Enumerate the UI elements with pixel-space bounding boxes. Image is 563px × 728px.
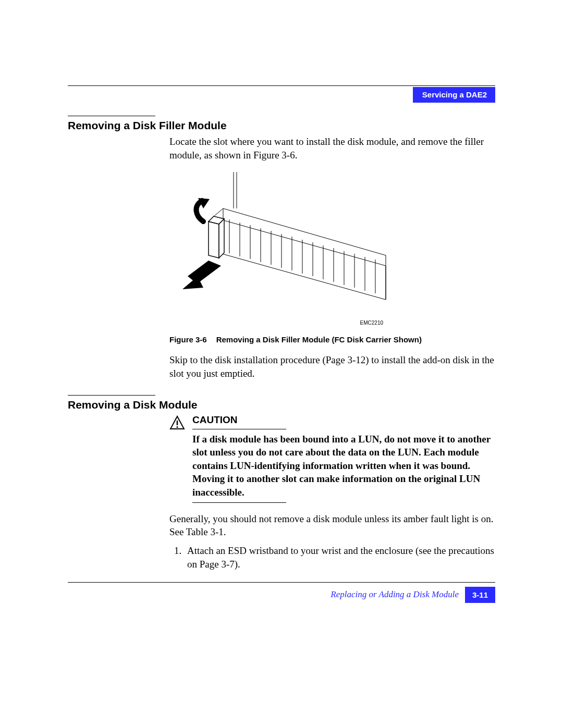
figure-id: EMC2210 (169, 320, 394, 326)
section1-p1: Locate the slot where you want to instal… (169, 135, 495, 162)
figure-3-6: EMC2210 (169, 172, 394, 326)
step-list: Attach an ESD wristband to your wrist an… (169, 544, 495, 571)
section-rule (68, 116, 155, 116)
section2-body: Generally, you should not remove a disk … (169, 512, 495, 539)
svg-point-24 (176, 426, 178, 427)
section1-body2: Skip to the disk installation procedure … (169, 353, 495, 380)
section-heading-disk: Removing a Disk Module (68, 399, 495, 411)
caution-block: CAUTION If a disk module has been bound … (169, 414, 495, 512)
header-tab: Servicing a DAE2 (413, 87, 495, 103)
caution-body: CAUTION If a disk module has been bound … (192, 414, 495, 512)
svg-marker-19 (219, 219, 224, 258)
top-rule (68, 85, 495, 86)
svg-marker-21 (182, 261, 221, 289)
section-rule (68, 395, 155, 396)
caution-icon (169, 415, 185, 432)
figure-caption: Figure 3-6Removing a Disk Filler Module … (169, 335, 495, 344)
footer: Replacing or Adding a Disk Module 3-11 (68, 582, 495, 603)
filler-module-diagram (172, 172, 391, 318)
figure-number: Figure 3-6 (169, 335, 207, 344)
content-area: Removing a Disk Filler Module Locate the… (68, 116, 495, 571)
caution-text: If a disk module has been bound into a L… (192, 433, 495, 499)
page-number: 3-11 (465, 587, 495, 603)
caution-rule (192, 429, 286, 429)
section2-p1: Generally, you should not remove a disk … (169, 512, 495, 539)
caution-rule (192, 502, 286, 503)
section1-body: Locate the slot where you want to instal… (169, 135, 495, 162)
svg-marker-17 (209, 221, 219, 258)
page: Servicing a DAE2 Removing a Disk Filler … (0, 0, 563, 728)
section1-p2: Skip to the disk installation procedure … (169, 353, 495, 380)
step-1: Attach an ESD wristband to your wrist an… (184, 544, 495, 571)
figure-caption-text: Removing a Disk Filler Module (FC Disk C… (216, 335, 422, 344)
section-heading-filler: Removing a Disk Filler Module (68, 119, 495, 132)
caution-word: CAUTION (192, 414, 495, 426)
footer-section-title: Replacing or Adding a Disk Module (331, 587, 465, 603)
